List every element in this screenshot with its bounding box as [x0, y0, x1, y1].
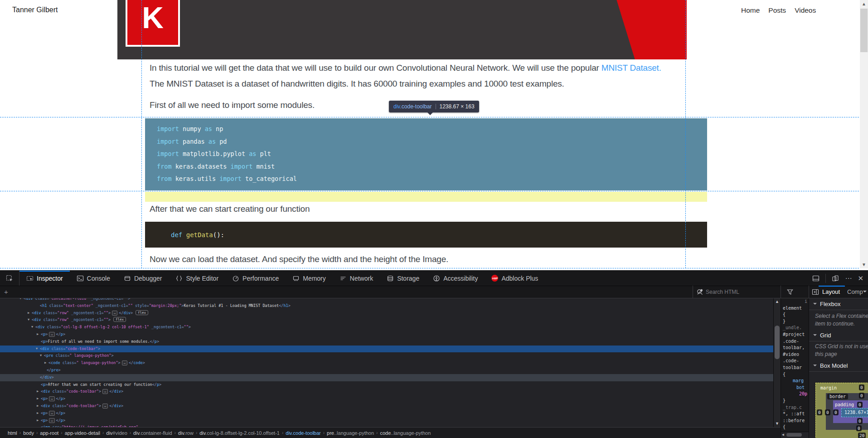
rules-hscrollbar-thumb[interactable] [786, 433, 802, 437]
rule-line[interactable]: { [781, 311, 809, 318]
rule-line[interactable]: 20p [781, 391, 809, 398]
rule-line[interactable]: #project [781, 331, 809, 338]
search-input[interactable] [705, 287, 766, 297]
close-devtools-icon[interactable]: ✕ [858, 275, 863, 282]
rule-line[interactable]: toolbar, [781, 345, 809, 351]
markup-row[interactable]: <p>First of all we need to import some m… [0, 338, 773, 346]
site-title[interactable]: Tanner Gilbert [12, 6, 58, 14]
markup-row[interactable]: </div> [0, 374, 773, 381]
tab-network[interactable]: Network [333, 271, 380, 286]
markup-row[interactable]: ▶<div class="row" _ngcontent-c1="">…</di… [0, 310, 773, 317]
expand-right-icon[interactable]: ▶ [35, 395, 40, 403]
rules-hscrollbar[interactable]: ◀ [781, 432, 809, 438]
breadcrumb-item[interactable]: div.row [176, 430, 196, 436]
rule-line[interactable]: marg [781, 378, 809, 384]
markup-scrollbar[interactable]: ▲ ▼ [773, 298, 781, 427]
rule-line[interactable]: } [781, 398, 809, 404]
padding-left-value[interactable]: 0 [833, 409, 839, 415]
collapsed-content-icon[interactable]: … [49, 396, 54, 401]
collapsed-content-icon[interactable]: … [102, 404, 108, 409]
flex-badge[interactable]: flex [113, 317, 126, 322]
markup-row[interactable]: ▼<div class="code-toolbar"> [0, 346, 773, 353]
tab-adblock-plus[interactable]: ABPAdblock Plus [485, 271, 545, 286]
expand-right-icon[interactable]: ▶ [26, 310, 31, 317]
expand-down-icon[interactable]: ▼ [34, 346, 39, 353]
border-bottom-value[interactable]: 0 [856, 425, 862, 431]
markup-row[interactable]: <img src="https://i.imgur.com/ntigFub.pn… [0, 424, 773, 427]
dock-bottom-icon[interactable] [812, 275, 820, 282]
scroll-up-icon[interactable]: ▲ [774, 299, 781, 304]
filter-funnel-icon[interactable] [786, 288, 794, 296]
rule-line[interactable]: ::before [781, 418, 809, 424]
markup-row[interactable]: <p>After that we can start creating our … [0, 381, 773, 389]
border-left-value[interactable]: 0 [825, 409, 830, 415]
breadcrumb-item[interactable]: div.col-lg-8.offset-lg-2.col-10.offset-1 [197, 430, 282, 436]
expand-panel-icon[interactable] [812, 288, 819, 296]
markup-row[interactable]: ▼<div class="container-fluid" _ngcontent… [0, 298, 773, 302]
responsive-design-icon[interactable] [832, 275, 839, 282]
rule-line[interactable]: element [781, 305, 809, 312]
markup-row[interactable]: ▶<p>…</p> [0, 410, 773, 417]
rule-line[interactable]: { [781, 371, 809, 378]
tab-style-editor[interactable]: Style Editor [169, 271, 225, 286]
border-top-value[interactable]: 0 [859, 393, 864, 399]
rule-line[interactable]: toolbar [781, 365, 809, 371]
tab-debugger[interactable]: Debugger [117, 271, 169, 286]
tab-inspector[interactable]: Inspector [19, 271, 70, 286]
tab-accessibility[interactable]: Accessibility [426, 271, 485, 286]
breadcrumb-item[interactable]: html [5, 430, 19, 436]
collapsed-content-icon[interactable]: … [49, 418, 54, 423]
rule-line[interactable]: _trap.c [781, 404, 809, 411]
flex-badge[interactable]: flex [136, 310, 148, 315]
markup-row[interactable]: ▼<pre class=" language-python"> [0, 352, 773, 360]
tab-layout[interactable]: Layout [822, 288, 840, 295]
code-block-getdata[interactable]: def getData(): [145, 222, 707, 248]
breadcrumb-item[interactable]: app-root [38, 430, 61, 436]
rule-line[interactable]: i [781, 298, 809, 305]
rule-line[interactable]: bot [781, 384, 809, 391]
rule-line[interactable]: _undle. [781, 325, 809, 331]
tabs-overflow-caret-icon[interactable] [863, 291, 867, 294]
tab-console[interactable]: Console [70, 271, 117, 286]
content-box[interactable]: 1238.67×1 [841, 408, 868, 417]
markup-row[interactable]: <h1 class="text-center" _ngcontent-c1=""… [0, 302, 773, 310]
breadcrumb-item[interactable]: code..language-python [378, 430, 433, 436]
markup-row[interactable]: ▼<div class="col-lg-8 offset-lg-2 col-10… [0, 324, 773, 331]
expand-right-icon[interactable]: ▶ [35, 331, 40, 338]
markup-scrollbar-thumb[interactable] [775, 326, 780, 359]
rule-line[interactable]: .code- [781, 358, 809, 365]
collapsed-content-icon[interactable]: … [102, 389, 108, 394]
mnist-link[interactable]: MNIST Dataset. [601, 63, 661, 73]
rule-line[interactable]: *, ::aft [781, 411, 809, 418]
page-scrollbar-thumb[interactable] [860, 9, 868, 52]
expand-right-icon[interactable]: ▶ [43, 360, 48, 367]
collapsed-content-icon[interactable]: … [122, 360, 127, 365]
tab-performance[interactable]: Performance [225, 271, 286, 286]
scroll-down-icon[interactable]: ▼ [774, 421, 781, 426]
breadcrumb-item[interactable]: app-video-detail [63, 430, 102, 436]
tab-computed[interactable]: Comp [847, 288, 863, 295]
expand-right-icon[interactable]: ▶ [35, 417, 40, 424]
tab-storage[interactable]: Storage [380, 271, 426, 286]
scroll-down-icon[interactable]: ▼ [860, 262, 868, 267]
breadcrumb-item[interactable]: pre..language-python [325, 430, 376, 436]
markup-row[interactable]: ▶<div class="code-toolbar">…</div> [0, 403, 773, 410]
breadcrumb-item[interactable]: div.code-toolbar [283, 430, 323, 436]
add-node-icon[interactable]: + [4, 288, 8, 296]
eyedropper-icon[interactable] [696, 288, 703, 296]
markup-row[interactable]: ▼<div class="row" _ngcontent-c1="">flex [0, 316, 773, 324]
expand-right-icon[interactable]: ▶ [35, 403, 40, 410]
padding-top-value[interactable]: 0 [857, 402, 863, 408]
expand-down-icon[interactable]: ▼ [18, 298, 23, 302]
markup-row[interactable]: ▶<div class="code-toolbar">…</div> [0, 388, 773, 395]
more-options-icon[interactable]: ⋯ [845, 275, 852, 282]
expand-down-icon[interactable]: ▼ [39, 352, 43, 360]
breadcrumb-item[interactable]: div.container-fluid [131, 430, 174, 436]
rule-line[interactable]: #video [781, 351, 809, 358]
box-model-section-header[interactable]: Box Model [809, 360, 868, 372]
collapsed-content-icon[interactable]: … [49, 332, 54, 337]
nav-item-home[interactable]: Home [741, 6, 760, 15]
margin-left-value[interactable]: 0 [817, 409, 822, 415]
markup-row[interactable]: ▶<p>…</p> [0, 417, 773, 424]
page-scrollbar[interactable]: ▲ ▼ [860, 0, 868, 268]
